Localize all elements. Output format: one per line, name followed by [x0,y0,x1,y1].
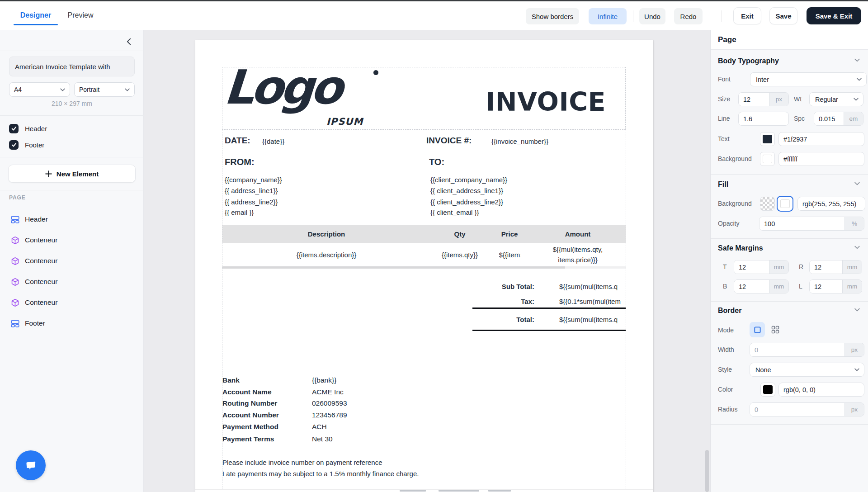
date-label[interactable]: DATE: [225,136,250,146]
margin-bottom-input[interactable]: 12 mm [734,279,789,293]
chevron-down-icon[interactable] [854,58,860,62]
invoice-page[interactable]: Logo IPSUM INVOICE DATE: {{date}} INVOIC… [195,40,653,492]
from-email[interactable]: {{ email }} [225,208,254,216]
margin-left-input[interactable]: 12 mm [809,279,862,293]
to-address2[interactable]: {{ client_address_line2}} [430,198,503,206]
tax-value[interactable]: ${{0.1*sum(mul(item [559,298,626,305]
infinite-toggle-button[interactable]: Infinite [589,8,627,24]
payment-note-1[interactable]: Please include invoice number on payment… [222,459,382,466]
tab-designer[interactable]: Designer [14,7,58,24]
border-width-input[interactable]: 0 px [750,343,864,357]
payment-terms-label[interactable]: Payment Terms [222,435,274,443]
col-price: Price [489,230,530,238]
show-borders-button[interactable]: Show borders [526,8,579,24]
opacity-input[interactable]: 100 % [759,217,864,231]
border-style-select[interactable]: None [750,363,864,377]
letter-spacing-value: 0.015 [814,112,844,125]
payment-note-2[interactable]: Late payments may be subject to a 1.5% m… [222,470,419,478]
items-table-header[interactable]: Description Qty Price Amount [222,225,626,243]
template-name-input[interactable] [9,57,135,76]
new-element-button[interactable]: New Element [8,165,136,183]
sidebar-collapse-button[interactable] [123,36,134,47]
invoice-number-value[interactable]: {{invoice_number}} [491,137,548,145]
weight-select[interactable]: Regular [809,92,863,106]
bank-value[interactable]: {{bank}} [312,376,336,384]
bank-label[interactable]: Bank [222,376,240,384]
inspector-title: Page [711,30,868,50]
account-number-label[interactable]: Account Number [222,411,279,419]
table-horizontal-scrollbar[interactable] [222,266,626,269]
invoice-number-label[interactable]: INVOICE #: [426,136,472,146]
payment-method-label[interactable]: Payment Method [222,423,278,431]
margin-top-input[interactable]: 12 mm [734,260,789,274]
undo-button[interactable]: Undo [639,8,665,24]
routing-number-value[interactable]: 026009593 [312,399,347,407]
exit-button[interactable]: Exit [733,7,761,24]
margin-right-input[interactable]: 12 mm [809,260,862,274]
chevron-down-icon[interactable] [854,246,860,249]
canvas-vertical-scrollbar[interactable] [705,450,709,492]
save-button[interactable]: Save [769,7,797,24]
chevron-down-icon[interactable] [854,182,860,185]
transparency-checker-swatch[interactable] [760,197,775,211]
to-address1[interactable]: {{ client_address_line1}} [430,187,503,194]
to-company[interactable]: {{client_company_name}} [430,176,507,184]
size-input[interactable]: 12 px [738,92,789,106]
to-label[interactable]: TO: [429,157,444,167]
layer-item-container[interactable]: Conteneur [0,251,144,271]
layer-item-footer[interactable]: Footer [0,313,144,334]
from-address1[interactable]: {{ address_line1}} [225,187,278,194]
footer-toggle[interactable]: Footer [9,139,44,150]
redo-button[interactable]: Redo [674,8,703,24]
to-email[interactable]: {{ client_email }} [430,208,479,216]
routing-number-label[interactable]: Routing Number [222,399,277,407]
items-table-row[interactable]: {{items.description}} {{items.qty}} ${{i… [222,243,626,266]
design-canvas[interactable]: Logo IPSUM INVOICE DATE: {{date}} INVOIC… [144,30,710,492]
border-color-input[interactable]: rgb(0, 0, 0) [778,383,864,397]
total-value[interactable]: ${{sum(mul(items.q [559,316,626,323]
from-company[interactable]: {{company_name}} [225,176,282,184]
header-toggle[interactable]: Header [9,123,47,134]
subtotal-label[interactable]: Sub Total: [462,283,534,290]
date-value[interactable]: {{date}} [262,137,284,145]
page-size-select[interactable]: A4 [9,82,70,97]
account-name-label[interactable]: Account Name [222,388,272,396]
border-mode-all-button[interactable] [750,322,765,337]
page-dimensions: 210 × 297 mm [0,100,144,107]
font-select[interactable]: Inter [750,72,867,86]
border-radius-input[interactable]: 0 px [750,402,864,416]
layer-item-container[interactable]: Conteneur [0,292,144,313]
text-bg-swatch[interactable] [760,152,775,166]
text-bg-input[interactable]: #ffffff [778,152,864,166]
payment-terms-value[interactable]: Net 30 [312,435,333,443]
from-address2[interactable]: {{ address_line2}} [225,198,278,206]
account-number-value[interactable]: 123456789 [312,411,347,419]
layer-item-container[interactable]: Conteneur [0,230,144,251]
border-mode-sides-button[interactable] [768,322,783,337]
line-height-input[interactable]: 1.6 [738,112,789,126]
from-label[interactable]: FROM: [225,157,255,167]
toolbar-separator [722,10,722,22]
invoice-title[interactable]: INVOICE [486,89,606,115]
logo-element[interactable]: Logo IPSUM [224,69,380,128]
border-color-swatch[interactable] [760,383,775,397]
total-label[interactable]: Total: [462,316,534,323]
tab-preview[interactable]: Preview [65,7,96,24]
subtotal-value[interactable]: ${{sum(mul(items.q [559,283,626,290]
orientation-select[interactable]: Portrait [74,82,135,97]
layer-item-container[interactable]: Conteneur [0,271,144,292]
save-and-exit-button[interactable]: Save & Exit [807,7,861,24]
clipped-footer-text [488,490,511,492]
letter-spacing-input[interactable]: 0.015 em [814,112,863,126]
text-color-input[interactable]: #1f2937 [778,132,864,146]
text-color-swatch[interactable] [760,132,775,146]
tax-label[interactable]: Tax: [462,298,534,305]
layer-item-header[interactable]: Header [0,209,144,230]
account-name-value[interactable]: ACME Inc [312,388,344,396]
chevron-down-icon[interactable] [854,308,860,312]
chat-widget-button[interactable] [16,450,46,480]
payment-method-value[interactable]: ACH [312,423,327,431]
fill-bg-input[interactable]: rgb(255, 255, 255) [797,197,865,211]
fill-bg-swatch-selected[interactable] [778,197,793,211]
scrollbar-thumb[interactable] [222,266,565,269]
